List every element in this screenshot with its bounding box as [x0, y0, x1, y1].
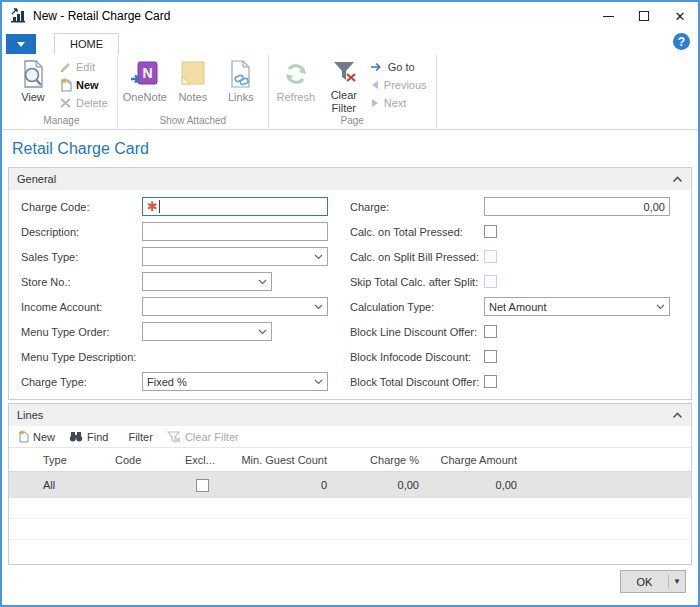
empty-row — [9, 498, 691, 519]
charge-type-value: Fixed % — [147, 376, 314, 388]
charge-field[interactable]: 0,00 — [484, 197, 670, 216]
delete-x-icon — [59, 97, 72, 109]
charge-type-label: Charge Type: — [21, 376, 142, 388]
ok-button-label: OK — [621, 576, 668, 588]
sales-type-dropdown[interactable] — [142, 247, 328, 266]
calc-on-total-pressed-label: Calc. on Total Pressed: — [350, 226, 484, 238]
app-chart-icon — [10, 8, 26, 24]
notes-button[interactable]: Notes — [169, 56, 217, 114]
chevron-down-icon — [314, 379, 323, 385]
refresh-button[interactable]: Refresh — [272, 56, 320, 114]
column-header-charge-pct[interactable]: Charge % — [331, 454, 423, 466]
general-right-column: Charge: 0,00 Calc. on Total Pressed: Cal… — [350, 197, 679, 391]
new-button[interactable]: New — [57, 76, 114, 94]
menu-type-order-dropdown[interactable] — [142, 322, 272, 341]
general-section: General Charge Code: ✱ — [8, 167, 692, 400]
close-button[interactable]: ✕ — [662, 2, 698, 30]
edit-button-label: Edit — [76, 61, 95, 73]
previous-button-label: Previous — [384, 79, 427, 91]
column-header-type[interactable]: Type — [39, 454, 111, 466]
view-icon — [19, 59, 47, 89]
edit-button[interactable]: Edit — [57, 58, 114, 76]
chevron-down-icon — [656, 304, 665, 310]
maximize-icon — [639, 11, 649, 21]
next-button-label: Next — [384, 97, 407, 109]
next-arrow-icon — [370, 98, 380, 108]
delete-button[interactable]: Delete — [57, 94, 114, 112]
block-total-discount-offer-checkbox[interactable] — [484, 375, 497, 388]
links-chain-icon — [227, 59, 255, 89]
previous-button[interactable]: Previous — [368, 76, 433, 94]
chevron-down-icon — [314, 304, 323, 310]
block-infocode-discount-checkbox[interactable] — [484, 350, 497, 363]
lines-clear-filter-button[interactable]: Clear Filter — [163, 426, 247, 447]
links-button[interactable]: Links — [217, 56, 265, 114]
column-header-charge-amount[interactable]: Charge Amount — [423, 454, 521, 466]
next-button[interactable]: Next — [368, 94, 433, 112]
close-icon: ✕ — [675, 10, 686, 23]
application-menu-button[interactable] — [6, 34, 36, 54]
block-total-discount-offer-label: Block Total Discount Offer: — [350, 376, 484, 388]
new-page-icon — [17, 430, 29, 443]
cell-min-guest-count: 0 — [223, 479, 331, 491]
maximize-button[interactable] — [626, 2, 662, 30]
minimize-button[interactable] — [590, 2, 626, 30]
tab-home[interactable]: HOME — [54, 33, 119, 54]
goto-button[interactable]: Go to — [368, 58, 433, 76]
ribbon-group-show-attached-label: Show Attached — [121, 114, 265, 129]
charge-label: Charge: — [350, 201, 484, 213]
skip-total-calc-after-split-label: Skip Total Calc. after Split: — [350, 276, 484, 288]
clear-filter-button-label: Clear Filter — [320, 89, 368, 114]
column-header-excl[interactable]: Excl... — [181, 454, 223, 466]
store-no-label: Store No.: — [21, 276, 142, 288]
lines-new-label: New — [33, 431, 55, 443]
page-title: Retail Charge Card — [2, 130, 698, 167]
calculation-type-dropdown[interactable]: Net Amount — [484, 297, 670, 316]
cell-excl-checkbox[interactable] — [196, 479, 209, 492]
onenote-button-label: OneNote — [123, 91, 167, 104]
charge-type-dropdown[interactable]: Fixed % — [142, 372, 328, 391]
ribbon-group-page: Refresh Clear Filter Go to — [269, 54, 437, 129]
lines-section-header[interactable]: Lines — [9, 404, 691, 426]
charge-code-field[interactable]: ✱ — [142, 197, 328, 216]
help-icon: ? — [678, 35, 685, 49]
lines-column-headers: Type Code Excl... Min. Guest Count Charg… — [9, 448, 691, 472]
column-header-min-guest-count[interactable]: Min. Guest Count — [223, 454, 331, 466]
ribbon-group-manage: View Edit — [6, 54, 118, 129]
minimize-icon — [603, 16, 614, 17]
general-section-header[interactable]: General — [9, 168, 691, 190]
collapse-chevron-up-icon — [672, 412, 683, 419]
lines-section-title: Lines — [17, 409, 672, 421]
store-no-dropdown[interactable] — [142, 272, 272, 291]
help-button[interactable]: ? — [673, 33, 690, 50]
goto-arrow-icon — [370, 62, 384, 72]
chevron-down-icon — [258, 279, 267, 285]
window-title: New - Retail Charge Card — [33, 9, 590, 23]
general-left-column: Charge Code: ✱ Description: — [21, 197, 350, 391]
calculation-type-value: Net Amount — [489, 301, 656, 313]
lines-table-row[interactable]: All 0 0,00 0,00 — [9, 472, 691, 498]
menu-type-order-label: Menu Type Order: — [21, 326, 142, 338]
block-line-discount-offer-checkbox[interactable] — [484, 325, 497, 338]
skip-total-calc-after-split-checkbox — [484, 275, 497, 288]
lines-new-button[interactable]: New — [13, 426, 63, 447]
lines-toolbar: New Find Filter — [9, 426, 691, 448]
calc-on-total-pressed-checkbox[interactable] — [484, 225, 497, 238]
income-account-dropdown[interactable] — [142, 297, 328, 316]
required-asterisk-icon: ✱ — [147, 200, 158, 213]
ok-dropdown-arrow[interactable]: ▼ — [669, 577, 685, 586]
lines-find-button[interactable]: Find — [65, 426, 116, 447]
income-account-label: Income Account: — [21, 301, 142, 313]
clear-filter-button[interactable]: Clear Filter — [320, 56, 368, 114]
onenote-button[interactable]: N OneNote — [121, 56, 169, 114]
view-button[interactable]: View — [9, 56, 57, 114]
lines-filter-label: Filter — [128, 431, 152, 443]
ok-split-button[interactable]: OK ▼ — [620, 570, 686, 593]
chevron-down-icon — [258, 329, 267, 335]
lines-filter-button[interactable]: Filter — [118, 426, 160, 447]
view-button-label: View — [21, 91, 45, 104]
column-header-code[interactable]: Code — [111, 454, 181, 466]
app-window: New - Retail Charge Card ✕ HOME ? — [0, 0, 700, 607]
description-field[interactable] — [142, 222, 328, 241]
block-line-discount-offer-label: Block Line Discount Offer: — [350, 326, 484, 338]
